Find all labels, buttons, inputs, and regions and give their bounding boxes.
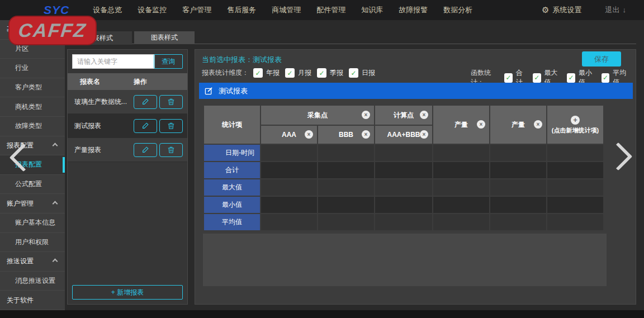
table-cell [318,179,374,196]
logout-label: 退出 [605,6,620,14]
table-cell [261,145,317,161]
nav-item-device-overview[interactable]: 设备总览 [85,5,130,15]
sidebar-item-label: 商机类型 [15,102,42,112]
row-header: 平均值 [204,214,260,230]
chevron-up-icon [53,201,58,206]
trash-icon [167,98,175,106]
add-statistic-column-button[interactable]: + (点击新增统计项) [547,106,603,144]
table-cell [547,179,603,196]
row-header: 最小值 [204,197,260,213]
checkbox-yearly[interactable]: ✓ [253,68,263,78]
save-button[interactable]: 保存 [582,51,621,67]
sidebar-group-push-settings[interactable]: 推送设置 [0,252,65,272]
plus-icon: + [571,116,580,125]
sidebar-group-account-mgmt[interactable]: 账户管理 [0,194,65,213]
sidebar-group-label: 账户管理 [7,199,34,208]
checkbox-min[interactable]: ✓ [567,73,575,83]
table-cell [261,179,317,196]
report-row-test-report[interactable]: 测试报表 [68,114,187,138]
edit-title-icon[interactable] [205,87,213,95]
app-window: SYC 设备总览 设备监控 客户管理 售后服务 商城管理 配件管理 知识库 故障… [0,0,644,318]
remove-column-icon[interactable]: × [362,111,370,119]
checkbox-avg[interactable]: ✓ [602,73,610,83]
search-input[interactable] [72,54,155,69]
nav-item-fault-alarm[interactable]: 故障报警 [391,5,435,15]
table-row-max: 最大值 [204,179,603,196]
column-bbb: BBB × [318,126,374,144]
nav-item-device-monitor[interactable]: 设备监控 [130,5,174,15]
add-report-button[interactable]: + 新增报表 [72,285,183,300]
checkbox-monthly-label: 月报 [298,68,311,78]
nav-right-section: ⚙ 系统设置 退出↓ [542,5,644,15]
table-cell [318,145,374,161]
sidebar-item-fault-type[interactable]: 故障类型 [0,117,65,136]
sidebar-item-message-push-settings[interactable]: 消息推送设置 [0,272,65,291]
edit-report-button[interactable] [134,119,157,133]
top-nav: SYC 设备总览 设备监控 客户管理 售后服务 商城管理 配件管理 知识库 故障… [0,0,644,20]
sidebar-item-customer-type[interactable]: 客户类型 [0,78,65,98]
tab-chart-style[interactable]: 图表样式 [134,31,195,44]
table-cell [375,179,432,196]
remove-column-icon[interactable]: × [420,111,428,119]
sidebar-item-industry[interactable]: 行业 [0,59,65,78]
nav-item-customer-mgmt[interactable]: 客户管理 [174,5,219,15]
trash-icon [167,122,175,130]
table-cell [547,162,603,178]
logout-button[interactable]: 退出↓ [605,5,627,15]
nav-item-data-analysis[interactable]: 数据分析 [435,5,480,15]
report-list: 玻璃生产数据统... 测试报表 [68,90,187,162]
nav-item-mall-mgmt[interactable]: 商城管理 [264,5,309,15]
checkbox-daily[interactable]: ✓ [349,68,358,78]
nav-item-parts-mgmt[interactable]: 配件管理 [309,5,353,15]
edit-report-button[interactable] [134,143,157,157]
checkbox-max[interactable]: ✓ [533,73,541,83]
report-row-glass-production[interactable]: 玻璃生产数据统... [68,90,187,114]
report-name: 玻璃生产数据统... [68,97,134,107]
nav-menu: 设备总览 设备监控 客户管理 售后服务 商城管理 配件管理 知识库 故障报警 数… [85,5,480,15]
report-title: 测试报表 [219,86,248,96]
trash-icon [167,146,175,154]
column-aaa-plus-bbb: AAA+BBB × [375,126,432,144]
chevron-up-icon [53,143,58,148]
delete-report-button[interactable] [159,95,183,109]
sidebar-item-label: 消息推送设置 [15,276,55,286]
row-header: 合计 [204,162,260,178]
report-name: 测试报表 [68,121,134,131]
column-group-calc-point: 计算点 × [375,106,432,125]
checkbox-sum[interactable]: ✓ [504,73,512,83]
pencil-icon [141,122,149,130]
sidebar-item-label: 行业 [15,63,29,73]
table-cell [547,214,603,230]
tab-bar: 报表样式 图表样式 [67,31,636,44]
column-label: AAA+BBB [387,131,420,139]
sidebar-item-formula-config[interactable]: 公式配置 [0,175,65,194]
remove-column-icon[interactable]: × [534,120,542,129]
search-button[interactable]: 查询 [154,54,183,69]
gear-icon: ⚙ [542,5,549,15]
edit-report-button[interactable] [134,95,157,109]
remove-column-icon[interactable]: × [305,130,313,139]
sidebar-item-opportunity-type[interactable]: 商机类型 [0,97,65,117]
report-row-output-report[interactable]: 产量报表 [68,138,187,162]
nav-item-after-sales[interactable]: 售后服务 [219,5,264,15]
sidebar-item-users-permissions[interactable]: 用户和权限 [0,233,65,253]
system-settings-button[interactable]: ⚙ 系统设置 [542,5,581,15]
sidebar-item-account-basic-info[interactable]: 账户基本信息 [0,213,65,233]
sidebar-item-about-software[interactable]: 关于软件 [0,291,65,310]
sidebar-item-label: 关于软件 [7,296,34,305]
remove-column-icon[interactable]: × [362,130,370,139]
delete-report-button[interactable] [159,119,183,133]
nav-item-knowledge-base[interactable]: 知识库 [353,5,391,15]
column-header-report-name: 报表名 [68,77,134,87]
checkbox-quarterly[interactable]: ✓ [317,68,326,78]
app-logo: SYC [44,3,69,17]
delete-report-button[interactable] [159,143,183,157]
column-group-label: 采集点 [307,111,328,119]
table-cell [261,197,317,213]
remove-column-icon[interactable]: × [477,120,485,129]
table-cell [490,162,546,178]
table-cell [433,214,489,230]
checkbox-monthly[interactable]: ✓ [285,68,295,78]
checkbox-daily-label: 日报 [362,68,375,78]
remove-column-icon[interactable]: × [420,130,428,139]
